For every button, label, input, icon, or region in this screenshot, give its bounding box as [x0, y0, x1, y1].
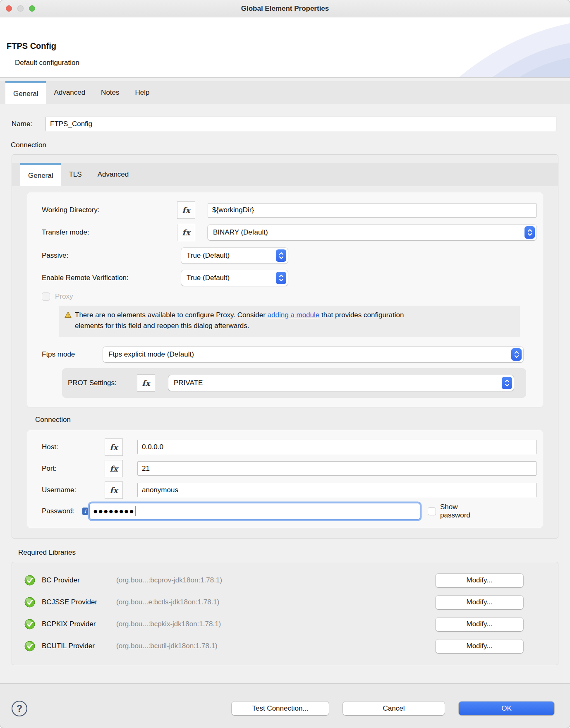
- inner-tab-general[interactable]: General: [20, 163, 61, 186]
- show-password-label: Show password: [440, 503, 481, 520]
- ok-button[interactable]: OK: [459, 702, 554, 715]
- fx-icon: fx: [142, 378, 150, 388]
- window-title: Global Element Properties: [241, 5, 329, 13]
- password-label: Password:: [42, 507, 82, 515]
- fx-icon: fx: [182, 206, 190, 215]
- username-label: Username:: [42, 486, 105, 494]
- transfer-mode-fx-button[interactable]: fx: [177, 224, 195, 241]
- test-connection-button[interactable]: Test Connection...: [232, 702, 329, 715]
- dialog-banner: FTPS Config Default configuration: [0, 17, 570, 78]
- transfer-mode-label: Transfer mode:: [42, 228, 177, 237]
- fx-icon: fx: [182, 228, 190, 237]
- tab-general[interactable]: General: [5, 81, 46, 104]
- config-title: FTPS Config: [7, 41, 56, 51]
- select-stepper-icon: [502, 377, 512, 389]
- prot-settings-panel: PROT Settings: fx PRIVATE: [62, 368, 526, 398]
- proxy-checkbox[interactable]: [42, 292, 50, 301]
- select-stepper-icon: [276, 249, 286, 262]
- host-fx-button[interactable]: fx: [105, 438, 123, 456]
- connection-section-label: Connection: [11, 141, 570, 149]
- name-label: Name:: [12, 120, 46, 128]
- select-stepper-icon: [511, 348, 522, 361]
- password-masked-value: ●●●●●●●●: [93, 507, 134, 516]
- window-titlebar: Global Element Properties: [0, 0, 570, 17]
- ftps-mode-label: Ftps mode: [42, 350, 103, 359]
- banner-decoration-graphic: [433, 17, 570, 78]
- connection-panel: General TLS Advanced Working Directory: …: [12, 154, 558, 539]
- host-input[interactable]: [137, 440, 536, 454]
- show-password-checkbox[interactable]: [428, 507, 436, 515]
- required-libraries-panel: BC Provider (org.bou...:bcprov-jdk18on:1…: [12, 562, 558, 665]
- text-caret: [135, 506, 136, 516]
- select-stepper-icon: [524, 226, 535, 239]
- prot-settings-label: PROT Settings:: [68, 379, 137, 387]
- minimize-window-button[interactable]: [17, 5, 24, 12]
- modify-button[interactable]: Modify...: [436, 639, 523, 653]
- fx-icon: fx: [110, 464, 118, 473]
- tab-help[interactable]: Help: [127, 81, 158, 104]
- modify-button[interactable]: Modify...: [436, 618, 523, 631]
- password-input[interactable]: ●●●●●●●●: [89, 503, 420, 520]
- adding-a-module-link[interactable]: adding a module: [268, 311, 320, 319]
- main-tab-bar: General Advanced Notes Help: [0, 81, 570, 104]
- passive-label: Passive:: [42, 251, 181, 260]
- proxy-warning-text: There are no elements available to confi…: [75, 310, 424, 332]
- port-label: Port:: [42, 465, 105, 473]
- inner-tab-advanced[interactable]: Advanced: [90, 163, 137, 186]
- enable-remote-verification-label: Enable Remote Verification:: [42, 274, 181, 282]
- global-element-properties-dialog: Global Element Properties FTPS Config De…: [0, 0, 570, 728]
- library-detail: (org.bou...:bcpkix-jdk18on:1.78.1): [116, 620, 221, 628]
- fx-icon: fx: [110, 486, 118, 495]
- enable-remote-verification-select[interactable]: True (Default): [181, 270, 288, 286]
- proxy-label: Proxy: [55, 292, 73, 301]
- help-button[interactable]: ?: [12, 701, 27, 716]
- username-input[interactable]: [137, 483, 536, 497]
- connection-tab-bar: General TLS Advanced: [12, 163, 558, 186]
- modify-button[interactable]: Modify...: [436, 574, 523, 587]
- library-detail: (org.bou...:bcprov-jdk18on:1.78.1): [116, 576, 222, 584]
- library-detail: (org.bou...e:bctls-jdk18on:1.78.1): [116, 598, 219, 606]
- library-status-ok-icon: [24, 641, 35, 651]
- modify-button[interactable]: Modify...: [436, 596, 523, 609]
- host-label: Host:: [42, 443, 105, 451]
- library-name: BCUTIL Provider: [42, 642, 116, 650]
- inner-connection-label: Connection: [35, 416, 558, 424]
- library-name: BC Provider: [42, 576, 116, 584]
- cancel-button[interactable]: Cancel: [343, 702, 445, 715]
- fx-icon: fx: [110, 443, 118, 452]
- library-status-ok-icon: [24, 619, 35, 630]
- dialog-footer: ? Test Connection... Cancel OK: [0, 683, 570, 728]
- library-status-ok-icon: [24, 597, 35, 608]
- ftps-mode-select[interactable]: Ftps explicit mode (Default): [103, 347, 523, 362]
- select-stepper-icon: [276, 272, 286, 284]
- general-tab-content: Working Directory: fx Transfer mode: fx …: [27, 192, 543, 407]
- library-row: BCPKIX Provider (org.bou...:bcpkix-jdk18…: [12, 613, 558, 635]
- library-row: BCJSSE Provider (org.bou...e:bctls-jdk18…: [12, 592, 558, 613]
- transfer-mode-select[interactable]: BINARY (Default): [208, 225, 536, 240]
- info-icon: i: [82, 508, 88, 515]
- working-directory-label: Working Directory:: [42, 206, 177, 214]
- config-subtitle: Default configuration: [15, 59, 79, 67]
- tab-notes[interactable]: Notes: [93, 81, 127, 104]
- port-input[interactable]: [137, 461, 536, 476]
- working-directory-input[interactable]: [208, 203, 536, 218]
- passive-select[interactable]: True (Default): [181, 248, 288, 263]
- prot-settings-select[interactable]: PRIVATE: [168, 375, 514, 391]
- inner-connection-box: Host: fx Port: fx Username: fx: [27, 430, 543, 528]
- question-mark-icon: ?: [17, 703, 22, 714]
- close-window-button[interactable]: [6, 5, 12, 12]
- prot-settings-fx-button[interactable]: fx: [137, 374, 155, 392]
- zoom-window-button[interactable]: [29, 5, 35, 12]
- proxy-warning: There are no elements available to confi…: [59, 306, 520, 337]
- library-status-ok-icon: [24, 575, 35, 586]
- port-fx-button[interactable]: fx: [105, 460, 123, 477]
- working-directory-fx-button[interactable]: fx: [177, 201, 195, 219]
- library-detail: (org.bou...:bcutil-jdk18on:1.78.1): [116, 642, 218, 650]
- warning-icon: [65, 311, 72, 318]
- tab-advanced[interactable]: Advanced: [46, 81, 93, 104]
- inner-tab-tls[interactable]: TLS: [61, 163, 89, 186]
- library-row: BCUTIL Provider (org.bou...:bcutil-jdk18…: [12, 635, 558, 657]
- name-input[interactable]: [46, 117, 556, 131]
- library-name: BCPKIX Provider: [42, 620, 116, 628]
- username-fx-button[interactable]: fx: [105, 481, 123, 499]
